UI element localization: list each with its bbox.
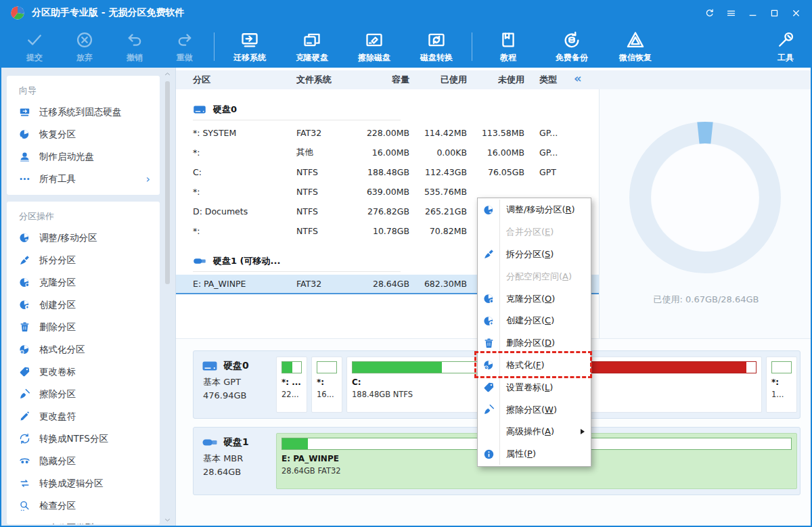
sidebar-item-迁移系统到固态硬盘[interactable]: 迁移系统到固态硬盘 <box>7 101 160 123</box>
close-button[interactable] <box>786 5 805 21</box>
partition-size: 22... <box>281 390 302 399</box>
cancel-icon <box>75 30 94 49</box>
sidebar-item-label: 拆分分区 <box>39 254 76 267</box>
toolbar-button-label: 提交 <box>26 52 43 64</box>
view-toggle-icon[interactable] <box>785 74 797 86</box>
sidebar-item-更改盘符[interactable]: 更改盘符 <box>7 405 160 428</box>
usage-chart-panel: 已使用: 0.67GB/28.64GB <box>599 89 812 338</box>
toolbar-button-clone-disk[interactable]: 克隆硬盘 <box>281 27 343 66</box>
menu-item-属性(P)[interactable]: 属性(P) <box>478 443 591 465</box>
convert-disk-icon <box>427 30 446 49</box>
sidebar-item-更改分区类型[interactable]: ID更改分区类型 <box>7 517 160 524</box>
app-logo-icon <box>10 5 25 20</box>
split-icon <box>483 248 495 260</box>
sidebar-item-更改卷标[interactable]: 更改卷标 <box>7 361 160 383</box>
partition-block[interactable]: *:16... <box>311 357 342 413</box>
table-cell: 70.82MB <box>409 226 467 236</box>
collapse-chart-button[interactable]: « <box>574 71 582 85</box>
sidebar-item-恢复分区[interactable]: 恢复分区 <box>7 123 160 145</box>
menu-item-label: 删除分区(D) <box>506 337 555 349</box>
scroll-down-icon[interactable] <box>163 515 172 524</box>
check-partition-icon <box>19 500 30 511</box>
toolbar-button-label: 重做 <box>177 52 193 64</box>
partition-block[interactable]: *:1... <box>766 357 797 413</box>
menu-item-拆分分区(S)[interactable]: 拆分分区(S) <box>478 244 591 266</box>
sidebar-item-检查分区[interactable]: 检查分区 <box>7 495 160 517</box>
sync-button[interactable] <box>700 5 719 21</box>
wizard-section: 向导 迁移系统到固态硬盘恢复分区制作启动光盘所有工具› <box>7 76 160 195</box>
sidebar-item-创建分区[interactable]: 创建分区 <box>7 294 160 316</box>
scrollbar-thumb[interactable] <box>165 81 170 284</box>
menu-item-克隆分区(O)[interactable]: 克隆分区(O) <box>478 288 591 310</box>
sidebar-item-删除分区[interactable]: 删除分区 <box>7 316 160 338</box>
toolbar-button-tutorial[interactable]: 教程 <box>476 27 540 66</box>
sidebar-item-label: 检查分区 <box>39 500 76 512</box>
pie-resize-icon <box>483 204 495 216</box>
menu-icon <box>726 8 736 18</box>
chevron-right-icon: › <box>146 174 150 185</box>
minimize-button[interactable] <box>743 5 762 21</box>
menu-item-调整/移动分区(R)[interactable]: 调整/移动分区(R) <box>478 199 591 221</box>
column-header-3[interactable]: 已使用 <box>409 74 467 86</box>
toolbar-button-wechat-recovery[interactable]: 微信恢复 <box>604 27 667 66</box>
partition-row[interactable]: *: SYSTEMFAT32228.00MB114.42MB113.58MBGP… <box>176 123 599 143</box>
table-cell: E: PA_WINPE <box>193 279 296 289</box>
sidebar-item-所有工具[interactable]: 所有工具› <box>7 168 160 190</box>
table-cell: 265.21GB <box>409 206 467 216</box>
menu-item-合并分区(E): 合并分区(E) <box>478 221 591 244</box>
column-header-1[interactable]: 文件系统 <box>296 74 357 86</box>
toolbar-button-backup[interactable]: 免费备份 <box>540 27 604 66</box>
sidebar-item-格式化分区[interactable]: 格式化分区 <box>7 338 160 361</box>
submenu-arrow-icon <box>581 429 585 434</box>
column-header-0[interactable]: 分区 <box>193 74 296 86</box>
partition-row[interactable]: C:NTFS188.48GB112.43GB76.05GBGPT <box>176 162 599 182</box>
menu-item-创建分区(C)[interactable]: 创建分区(C) <box>478 310 591 332</box>
menu-item-设置卷标(L)[interactable]: 设置卷标(L) <box>478 376 591 398</box>
pie-create-icon <box>483 315 495 327</box>
table-cell: *: <box>193 226 296 236</box>
disk-size: 476.94GB <box>202 390 271 400</box>
table-cell: NTFS <box>296 206 357 216</box>
disk-meta: 基本 GPT <box>202 376 271 388</box>
sidebar-item-label: 调整/移动分区 <box>39 232 97 244</box>
sidebar-item-隐藏分区[interactable]: 隐藏分区 <box>7 450 160 472</box>
trash-icon <box>19 321 30 333</box>
maximize-button[interactable] <box>765 5 784 21</box>
toolbar-button-migrate-system[interactable]: 迁移系统 <box>219 27 281 66</box>
sidebar-item-制作启动光盘[interactable]: 制作启动光盘 <box>7 145 160 168</box>
menu-item-高级操作(A)[interactable]: 高级操作(A) <box>478 421 591 443</box>
convert-logical-icon <box>19 478 30 489</box>
table-cell: 228.00MB <box>357 128 409 138</box>
sidebar-scrollbar[interactable] <box>163 69 172 524</box>
partition-block[interactable]: *: ...22... <box>276 357 307 413</box>
sidebar-item-擦除分区[interactable]: 擦除分区 <box>7 383 160 405</box>
menu-item-label: 创建分区(C) <box>506 315 554 327</box>
sidebar-item-拆分分区[interactable]: 拆分分区 <box>7 249 160 271</box>
partition-row[interactable]: *:其他16.00MB0.00KB16.00MBGP... <box>176 143 599 162</box>
menu-item-擦除分区(W)[interactable]: 擦除分区(W) <box>478 398 591 421</box>
sidebar-item-调整/移动分区[interactable]: 调整/移动分区 <box>7 227 160 249</box>
toolbar-button-convert-disk[interactable]: 磁盘转换 <box>405 27 468 66</box>
sidebar: 向导 迁移系统到固态硬盘恢复分区制作启动光盘所有工具› 分区操作 调整/移动分区… <box>0 68 176 527</box>
menu-button[interactable] <box>721 5 740 21</box>
menu-item-label: 擦除分区(W) <box>506 404 557 416</box>
sidebar-item-转换成NTFS分区[interactable]: 转换成NTFS分区 <box>7 428 160 450</box>
sidebar-item-label: 迁移系统到固态硬盘 <box>39 106 122 118</box>
toolbar-button-tools[interactable]: 工具 <box>762 27 809 66</box>
menu-item-label: 属性(P) <box>506 448 536 460</box>
maximize-icon <box>769 8 780 18</box>
column-header-2[interactable]: 容量 <box>357 74 409 86</box>
column-header-4[interactable]: 未使用 <box>467 74 524 86</box>
disk-name: 硬盘1 <box>223 436 249 449</box>
disk-map-name: 硬盘1 <box>202 434 271 451</box>
sidebar-item-转换成逻辑分区[interactable]: 转换成逻辑分区 <box>7 472 160 495</box>
toolbar-button-wipe-disk[interactable]: 擦除磁盘 <box>343 27 405 66</box>
sidebar-item-克隆分区[interactable]: 克隆分区 <box>7 271 160 294</box>
table-cell: *: <box>193 187 296 197</box>
scroll-up-icon[interactable] <box>163 69 172 78</box>
partition-list-header: 分区文件系统容量已使用未使用类型 « <box>176 70 812 90</box>
migrate-ssd-icon <box>19 106 30 118</box>
broom-icon <box>483 404 495 415</box>
usage-bar-fill <box>282 438 308 449</box>
sync-icon <box>704 8 715 18</box>
